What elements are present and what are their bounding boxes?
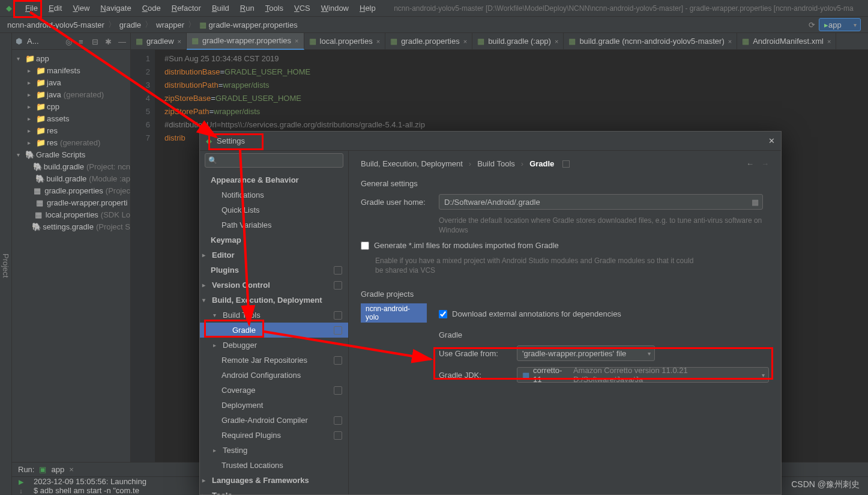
settings-nav-item[interactable]: Trusted Locations	[200, 458, 348, 473]
editor-tab[interactable]: ▦ local.properties×	[304, 33, 386, 50]
tree-row[interactable]: ▸ 📁 res	[12, 124, 130, 136]
tree-row[interactable]: ▦ gradle-wrapper.properti	[12, 196, 130, 208]
close-tab-icon[interactable]: ×	[376, 38, 380, 45]
menu-vcs[interactable]: VCS	[289, 1, 315, 15]
settings-nav-item[interactable]: Gradle	[200, 323, 348, 338]
general-heading: General settings	[361, 179, 769, 188]
settings-nav-item[interactable]: Android Configurations	[200, 368, 348, 383]
menu-window[interactable]: Window	[316, 1, 354, 15]
settings-nav-item[interactable]: ▸Testing	[200, 443, 348, 458]
settings-nav-item[interactable]: ▾Build, Execution, Deployment	[200, 293, 348, 308]
settings-search-input[interactable]	[205, 153, 343, 168]
tree-row[interactable]: ▦ gradle.properties (Projec	[12, 184, 130, 196]
menu-tools[interactable]: Tools	[261, 1, 288, 15]
hide-icon[interactable]: —	[118, 37, 127, 46]
target-icon[interactable]: ◎	[65, 37, 74, 46]
window-title: ncnn-android-yolov5-master [D:\Workfile\…	[382, 4, 866, 13]
tree-row[interactable]: 🐘 build.gradle (Module :ap	[12, 172, 130, 184]
browse-icon[interactable]: ▦	[752, 198, 759, 207]
scope-badge-icon	[334, 311, 342, 320]
editor-tab[interactable]: ▦ gradlew×	[131, 33, 187, 50]
breadcrumb-item[interactable]: ncnn-android-yolov5-master	[7, 20, 104, 29]
tree-row[interactable]: ▸ 📁 java (generated)	[12, 88, 130, 100]
sync-icon[interactable]: ⟳	[809, 20, 815, 29]
gradle-home-input[interactable]: D:/Software/Android/.gradle ▦	[439, 194, 763, 210]
close-tab-icon[interactable]: ×	[827, 38, 831, 45]
settings-nav-item[interactable]: Path Variables	[200, 217, 348, 232]
close-tab-icon[interactable]: ×	[463, 38, 467, 45]
tree-row[interactable]: ▾ 🐘 Gradle Scripts	[12, 148, 130, 160]
close-tab-icon[interactable]: ×	[555, 38, 558, 45]
editor-tab[interactable]: ▦ gradle-wrapper.properties×	[187, 33, 304, 50]
settings-nav-item[interactable]: Plugins	[200, 263, 348, 278]
close-icon[interactable]: ×	[69, 465, 74, 474]
menu-build[interactable]: Build	[207, 1, 234, 15]
collapse-icon[interactable]: ⊟	[92, 37, 100, 46]
settings-nav-item[interactable]: Keymap	[200, 232, 348, 248]
tree-row[interactable]: 🐘 build.gradle (Project: ncn	[12, 160, 130, 172]
tree-row[interactable]: ▸ 📁 assets	[12, 112, 130, 124]
back-icon[interactable]: ←	[746, 159, 754, 168]
menu-file[interactable]: File	[20, 1, 43, 15]
menu-edit[interactable]: Edit	[44, 1, 67, 15]
editor-tab[interactable]: ▦ AndroidManifest.xml×	[737, 33, 836, 50]
stop-icon[interactable]: ↓	[19, 487, 23, 494]
project-tool-button[interactable]: Project	[0, 37, 11, 495]
breadcrumb-item[interactable]: gradle	[119, 20, 141, 29]
settings-tree[interactable]: Appearance & Behavior Notifications Quic…	[200, 170, 348, 494]
menu-refactor[interactable]: Refactor	[167, 1, 206, 15]
project-tree[interactable]: ▾ 📁 app ▸ 📁 manifests ▸ 📁 java ▸ 📁 java …	[12, 50, 130, 235]
generate-iml-checkbox[interactable]: Generate *.iml files for modules importe…	[361, 241, 769, 250]
tree-row[interactable]: 🐘 settings.gradle (Project S	[12, 220, 130, 232]
settings-nav-item[interactable]: Quick Lists	[200, 202, 348, 217]
settings-nav-item[interactable]: ▸Debugger	[200, 338, 348, 353]
settings-nav-item[interactable]: Coverage	[200, 383, 348, 398]
menu-view[interactable]: View	[68, 1, 94, 15]
run-config-selector[interactable]: ▸ app▾	[819, 18, 861, 31]
close-icon[interactable]: ✕	[768, 136, 775, 145]
menu-code[interactable]: Code	[137, 1, 166, 15]
settings-nav-item[interactable]: Gradle-Android Compiler	[200, 413, 348, 428]
settings-nav-item[interactable]: Notifications	[200, 187, 348, 202]
settings-nav-item[interactable]: ▸Editor	[200, 248, 348, 263]
editor-tab[interactable]: ▦ build.gradle (:app)×	[472, 33, 564, 50]
close-tab-icon[interactable]: ×	[295, 37, 298, 44]
download-annotations-checkbox[interactable]: Download external annotations for depend…	[439, 309, 769, 318]
tree-row[interactable]: ▸ 📁 res (generated)	[12, 136, 130, 148]
breadcrumb-item[interactable]: wrapper	[156, 20, 184, 29]
settings-icon[interactable]: ✱	[105, 37, 113, 46]
tree-row[interactable]: ▦ local.properties (SDK Lo	[12, 208, 130, 220]
menu-navigate[interactable]: Navigate	[95, 1, 136, 15]
scope-badge-icon	[334, 416, 342, 425]
settings-nav-item[interactable]: ▸Tools	[200, 488, 348, 494]
settings-nav-item[interactable]: ▸Version Control	[200, 278, 348, 293]
menu-help[interactable]: Help	[355, 1, 381, 15]
editor-tab[interactable]: ▦ build.gradle (ncnn-android-yolov5-mast…	[564, 33, 737, 50]
rerun-icon[interactable]: ▶	[19, 478, 23, 486]
editor-tab[interactable]: ▦ gradle.properties×	[385, 33, 472, 50]
prop-icon: ▦	[36, 198, 44, 207]
settings-nav-item[interactable]: ▾Build Tools	[200, 308, 348, 323]
settings-nav-item[interactable]: Remote Jar Repositories	[200, 353, 348, 368]
breadcrumb-item[interactable]: ▦ gradle-wrapper.properties	[199, 20, 298, 29]
settings-nav-item[interactable]: Required Plugins	[200, 428, 348, 443]
settings-nav-item[interactable]: Deployment	[200, 398, 348, 413]
gradle-home-hint: Override the default location where Grad…	[439, 216, 763, 235]
close-tab-icon[interactable]: ×	[728, 38, 732, 45]
close-tab-icon[interactable]: ×	[178, 38, 181, 45]
tree-row[interactable]: ▸ 📁 cpp	[12, 100, 130, 112]
gradle-icon: ▦	[568, 37, 576, 46]
filter-icon[interactable]: ≡	[79, 37, 87, 46]
settings-title: Settings	[217, 136, 245, 145]
gradle-jdk-select[interactable]: ▦ corretto-11 Amazon Corretto version 11…	[517, 367, 769, 383]
settings-nav-item[interactable]: Appearance & Behavior	[200, 172, 348, 187]
tree-row[interactable]: ▸ 📁 manifests	[12, 64, 130, 76]
project-list-item[interactable]: ncnn-android-yolo	[361, 303, 427, 323]
folder-icon: 📁	[36, 78, 44, 87]
tree-row[interactable]: ▸ 📁 java	[12, 76, 130, 88]
use-gradle-select[interactable]: 'gradle-wrapper.properties' file▾	[517, 345, 655, 361]
settings-nav-item[interactable]: ▸Languages & Frameworks	[200, 473, 348, 488]
tree-row[interactable]: ▾ 📁 app	[12, 52, 130, 64]
gradle-jdk-label: Gradle JDK:	[439, 371, 510, 380]
menu-run[interactable]: Run	[235, 1, 259, 15]
